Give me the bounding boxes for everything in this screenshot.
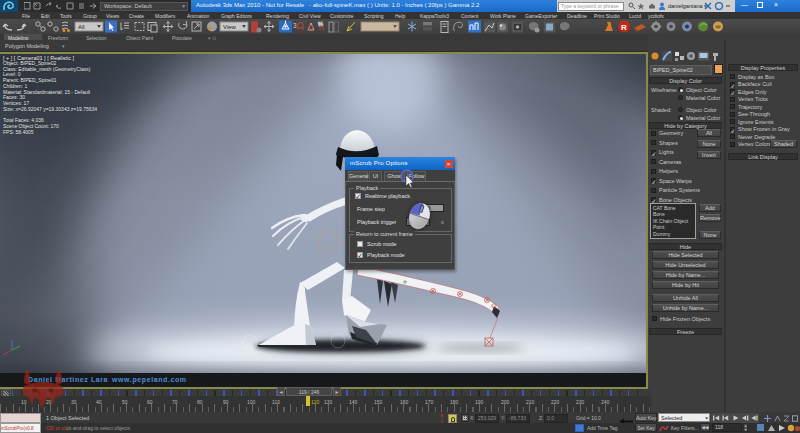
svg-text:3: 3 [293, 22, 297, 29]
svg-text:R: R [621, 23, 627, 32]
svg-text:All: All [78, 24, 85, 30]
svg-text:View: View [223, 24, 237, 30]
